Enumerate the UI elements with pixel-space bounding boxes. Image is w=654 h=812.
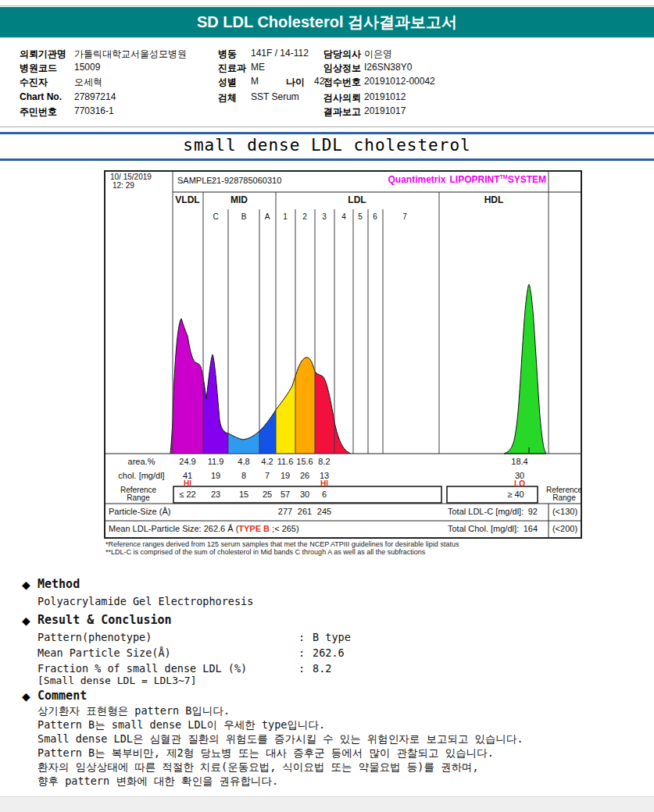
result-item-label: Mean Particle Size(Å) xyxy=(38,646,171,659)
result-item-label: Pattern(phenotype) xyxy=(38,631,152,643)
comment-line: Pattern B는 복부비만, 제2형 당뇨병 또는 대사 증후군 등에서 많… xyxy=(38,746,494,760)
lipoprint-plot xyxy=(104,170,582,539)
particle-ldl3: 245 xyxy=(317,507,331,516)
result-item-value: 8.2 xyxy=(313,662,331,675)
area-midc: 11.9 xyxy=(208,457,224,466)
chol-midb: 8 xyxy=(241,471,246,480)
run-date: 10/ 15/2019 xyxy=(110,173,152,181)
doctor-label: 담당의사 xyxy=(323,48,361,61)
org-label: 의뢰기관명 xyxy=(20,48,66,61)
blue-rule-bottom xyxy=(0,158,654,161)
receipt-value: 20191012-00042 xyxy=(364,76,435,87)
resident-value: 770316-1 xyxy=(74,105,114,116)
request-label: 검사의뢰 xyxy=(323,91,361,105)
dept-label: 진료과 xyxy=(218,62,246,75)
specimen-label: 검체 xyxy=(218,91,237,105)
section-title: small dense LDL cholesterol xyxy=(0,136,654,155)
ldl-sub-4: 4 xyxy=(341,212,346,221)
total-ldl-value: 92 xyxy=(502,507,538,516)
doctor-value: 이은영 xyxy=(364,48,392,61)
ldl-sub-2: 2 xyxy=(302,212,307,221)
dept-value: ME xyxy=(251,62,265,73)
top-divider xyxy=(0,5,654,6)
lipoprint-chart: 10/ 15/2019 12: 29 SAMPLE: 21-9287850603… xyxy=(104,170,582,539)
report-date-label: 결과보고 xyxy=(323,105,361,119)
ldl-sub-1: 1 xyxy=(283,212,288,221)
area-ldl1: 11.6 xyxy=(277,457,294,466)
comment-line: 상기환자 표현형은 pattern B입니다. xyxy=(38,704,230,718)
ref-hdl: ≥ 40 xyxy=(507,490,524,499)
flag-hi-ldl3: HI xyxy=(320,479,328,488)
report-date-value: 20191017 xyxy=(364,105,406,116)
ref-midc: 23 xyxy=(211,490,220,499)
chol-ldl2: 26 xyxy=(300,471,309,480)
trademark-mark: TM xyxy=(500,174,508,180)
hospital-code-label: 병원코드 xyxy=(20,62,57,75)
ref-ldl2: 30 xyxy=(300,490,309,499)
report-title: SD LDL Cholesterol 검사결과보고서 xyxy=(197,13,457,30)
result-item-colon: : xyxy=(298,662,305,675)
ref-ldl3: 6 xyxy=(322,490,327,499)
area-mida: 4.2 xyxy=(261,457,273,466)
column-hdl: HDL xyxy=(484,194,504,205)
comment-line: Pattern B는 small dense LDL이 우세한 type입니다. xyxy=(38,718,325,732)
chol-midc: 19 xyxy=(211,471,220,480)
result-note: [Small dense LDL = LDL3~7] xyxy=(38,675,197,686)
ref-vldl: ≤ 22 xyxy=(179,490,195,499)
receipt-label: 접수번호 xyxy=(323,76,361,89)
column-vldl: VLDL xyxy=(175,194,199,205)
ldl-sub-5: 5 xyxy=(358,212,363,221)
ldl-sub-6: 6 xyxy=(373,212,377,221)
result-item-label: Fraction % of small dense LDL (%) xyxy=(38,662,247,675)
mid-sub-b: B xyxy=(241,212,247,221)
result-item-value: B type xyxy=(313,631,351,643)
run-time: 12: 29 xyxy=(113,181,134,190)
area-midb: 4.8 xyxy=(238,457,249,466)
area-row-label: area.% xyxy=(128,457,155,466)
ref-midb: 15 xyxy=(239,490,248,499)
sample-label: SAMPLE: xyxy=(177,176,215,185)
report-page: SD LDL Cholesterol 검사결과보고서 의뢰기관명 가톨릭대학교서… xyxy=(0,0,654,812)
ref-ldl1: 57 xyxy=(281,490,290,499)
request-value: 20191012 xyxy=(364,91,406,102)
specimen-value: SST Serum xyxy=(251,91,299,102)
org-value: 가톨릭대학교서울성모병원 xyxy=(74,48,187,61)
method-body: Polyacrylamide Gel Electrophoresis xyxy=(38,595,253,607)
comment-line: Small dense LDL은 심혈관 질환의 위험도를 증가시킬 수 있는 … xyxy=(38,732,524,746)
particle-ldl2: 261 xyxy=(298,507,312,516)
ref-label-left-2: Range xyxy=(127,493,149,502)
sample-value: 21-928785060310 xyxy=(212,176,281,185)
result-item-value: 262.6 xyxy=(313,646,345,659)
patient-label: 수진자 xyxy=(20,76,48,89)
comment-heading: Comment xyxy=(38,689,87,703)
total-chol-value: 164 xyxy=(502,524,538,533)
ldl-sub-7: 7 xyxy=(402,212,407,221)
chol-row-label: chol. [mg/dl] xyxy=(118,471,164,480)
comment-line: 향후 pattern 변화에 대한 확인을 권유합니다. xyxy=(38,775,278,789)
diamond-bullet-icon: ◆ xyxy=(22,579,30,591)
chol-mida: 7 xyxy=(265,471,270,480)
comment-line: 환자의 임상상태에 따른 적절한 치료(운동요법, 식이요법 또는 약물요법 등… xyxy=(38,760,479,775)
chol-ldl1: 19 xyxy=(281,471,290,480)
clinical-value: I26SN38Y0 xyxy=(364,62,412,73)
chart-no-label: Chart No. xyxy=(20,91,62,102)
column-mid: MID xyxy=(231,194,248,205)
phenotype-flag: TYPE B xyxy=(238,524,270,533)
hospital-code-value: 15009 xyxy=(74,62,100,73)
area-hdl: 18.4 xyxy=(511,457,527,466)
age-label: 나이 xyxy=(286,76,305,89)
info-divider xyxy=(0,126,654,127)
brand-product: LIPOPRINT xyxy=(450,174,500,185)
footnote-1: *Reference ranges derived from 125 serum… xyxy=(105,540,459,548)
footnote-2: **LDL-C is comprised of the sum of chole… xyxy=(105,548,425,556)
mean-particle-size: Mean LDL-Particle Size: 262.6 Å (TYPE B … xyxy=(109,524,299,533)
diamond-bullet-icon: ◆ xyxy=(22,614,30,627)
report-title-banner: SD LDL Cholesterol 검사결과보고서 xyxy=(0,7,654,37)
ref-mida: 25 xyxy=(263,490,272,499)
mean-suffix: ;< 265) xyxy=(270,524,299,533)
ldl-sub-3: 3 xyxy=(322,212,327,221)
sex-label: 성별 xyxy=(218,76,237,89)
mid-sub-c: C xyxy=(213,212,218,221)
mean-prefix: Mean LDL-Particle Size: 262.6 Å ( xyxy=(109,524,238,533)
ref-label-right-2: Range xyxy=(552,493,575,502)
